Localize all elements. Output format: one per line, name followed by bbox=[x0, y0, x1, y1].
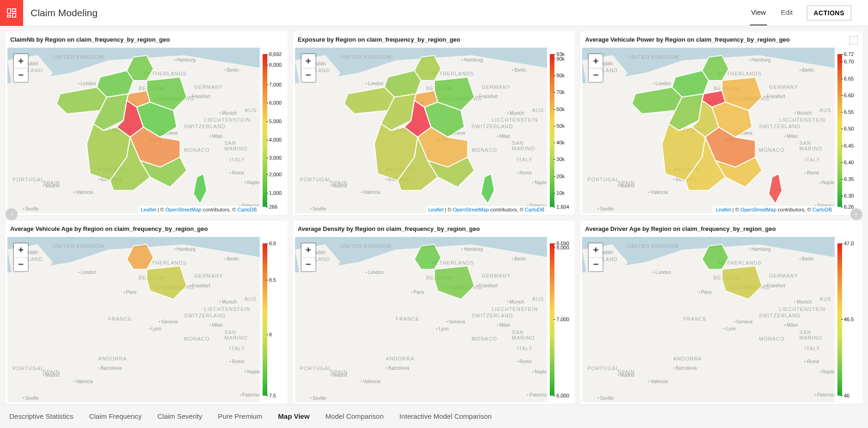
legend-tick: 8.5 bbox=[269, 277, 276, 283]
svg-rect-2 bbox=[13, 13, 16, 17]
panel-title: Average Driver Age by Region on claim_fr… bbox=[580, 221, 862, 235]
zoom-control: + − bbox=[588, 242, 604, 272]
france-choropleth[interactable] bbox=[611, 237, 806, 403]
legend-tick: 8.8 bbox=[269, 241, 276, 246]
map-grid: ClaimNb by Region on claim_frequency_by_… bbox=[0, 26, 868, 404]
tab-descriptive-statistics[interactable]: Descriptive Statistics bbox=[9, 406, 73, 427]
country-label: ITALY bbox=[517, 157, 533, 162]
country-label: ITALY bbox=[229, 157, 245, 162]
legend-tick: 46 bbox=[844, 393, 849, 398]
map-panel-3: Average Vehicule Age by Region on claim_… bbox=[6, 221, 288, 404]
map-attribution: Leaflet | © OpenStreetMap contributors, … bbox=[713, 206, 835, 213]
page-title: Claim Modeling bbox=[31, 7, 750, 19]
zoom-control: + − bbox=[13, 242, 29, 272]
legend-tick: 6.55 bbox=[844, 109, 854, 115]
actions-button[interactable]: ACTIONS bbox=[807, 6, 852, 20]
leaflet-link[interactable]: Leaflet bbox=[428, 207, 444, 212]
osm-link[interactable]: OpenStreetMap bbox=[165, 207, 201, 212]
osm-link[interactable]: OpenStreetMap bbox=[453, 207, 489, 212]
legend-tick: 20k bbox=[556, 174, 565, 179]
legend-tick: 4,000 bbox=[269, 137, 282, 143]
zoom-out-button[interactable]: − bbox=[589, 68, 603, 82]
color-legend: 8.88.587.5 bbox=[260, 235, 288, 404]
map-canvas[interactable]: IRELANDNETHERLANDSBELGIUMLUXEMBOURGGERMA… bbox=[295, 48, 547, 213]
zoom-in-button[interactable]: + bbox=[302, 54, 315, 68]
legend-tick: 8,000 bbox=[556, 245, 569, 250]
tab-model-comparison[interactable]: Model Comparison bbox=[325, 406, 384, 427]
zoom-control: + − bbox=[301, 242, 316, 272]
zoom-in-button[interactable]: + bbox=[302, 243, 315, 257]
france-choropleth[interactable] bbox=[324, 48, 518, 213]
zoom-in-button[interactable]: + bbox=[589, 243, 603, 257]
zoom-in-button[interactable]: + bbox=[14, 54, 28, 68]
panel-title: Average Density by Region on claim_frequ… bbox=[293, 221, 575, 235]
city-label: Naples bbox=[819, 369, 835, 374]
tab-claim-severity[interactable]: Claim Severity bbox=[157, 406, 202, 427]
carto-link[interactable]: CartoDB bbox=[812, 207, 832, 212]
legend-tick: 90k bbox=[556, 56, 565, 62]
legend-tick: 30k bbox=[556, 156, 565, 162]
expand-icon[interactable] bbox=[849, 36, 858, 44]
map-canvas[interactable]: IRELANDNETHERLANDSBELGIUMLUXEMBOURGGERMA… bbox=[7, 237, 260, 403]
country-label: AUS bbox=[532, 107, 544, 113]
map-canvas[interactable]: IRELANDNETHERLANDSBELGIUMLUXEMBOURGGERMA… bbox=[7, 48, 260, 213]
svg-rect-1 bbox=[13, 9, 16, 12]
leaflet-link[interactable]: Leaflet bbox=[141, 207, 156, 212]
map-canvas[interactable]: IRELANDNETHERLANDSBELGIUMLUXEMBOURGGERMA… bbox=[295, 237, 547, 403]
leaflet-link[interactable]: Leaflet bbox=[716, 207, 731, 212]
tab-interactive-model-comparison[interactable]: Interactive Model Comparison bbox=[399, 406, 491, 427]
gradient-bar bbox=[263, 243, 267, 396]
view-mode-tab[interactable]: View bbox=[750, 0, 767, 25]
zoom-in-button[interactable]: + bbox=[14, 243, 28, 257]
country-label: ITALY bbox=[517, 346, 533, 351]
zoom-out-button[interactable]: − bbox=[302, 68, 315, 82]
city-label: Rome bbox=[805, 170, 819, 175]
france-choropleth[interactable] bbox=[324, 237, 518, 403]
city-label: Naples bbox=[245, 369, 260, 374]
france-choropleth[interactable] bbox=[36, 237, 231, 403]
city-label: Naples bbox=[245, 180, 260, 185]
color-legend: 93k90k80k70k60k50k40k30k20k10k1,604 bbox=[547, 46, 575, 215]
zoom-in-button[interactable]: + bbox=[589, 54, 603, 68]
city-label: Rome bbox=[805, 359, 819, 364]
panel-title: Average Vehicule Age by Region on claim_… bbox=[6, 221, 288, 235]
legend-tick: 6.40 bbox=[844, 160, 854, 165]
tab-claim-frequency[interactable]: Claim Frequency bbox=[89, 406, 141, 427]
legend-tick: 70k bbox=[556, 89, 565, 95]
svg-rect-0 bbox=[7, 9, 11, 13]
prev-page-button[interactable] bbox=[6, 208, 18, 220]
map-canvas[interactable]: IRELANDNETHERLANDSBELGIUMLUXEMBOURGGERMA… bbox=[582, 237, 835, 403]
svg-rect-3 bbox=[7, 15, 11, 17]
legend-tick: 2,000 bbox=[269, 172, 282, 177]
city-label: Naples bbox=[819, 180, 835, 185]
app-logo[interactable] bbox=[0, 0, 23, 26]
map-panel-1: Exposure by Region on claim_frequency_by… bbox=[293, 31, 575, 215]
zoom-out-button[interactable]: − bbox=[14, 68, 28, 82]
color-legend: 47.046.546 bbox=[835, 235, 862, 404]
edit-mode-tab[interactable]: Edit bbox=[780, 0, 794, 25]
country-label: AUS bbox=[819, 107, 831, 113]
next-page-button[interactable] bbox=[850, 208, 862, 220]
color-legend: 8,6928,0007,0006,0005,0004,0003,0002,000… bbox=[260, 46, 288, 215]
carto-link[interactable]: CartoDB bbox=[237, 207, 257, 212]
country-label: ITALY bbox=[229, 346, 245, 351]
legend-tick: 6,000 bbox=[556, 393, 569, 398]
france-choropleth[interactable] bbox=[611, 48, 806, 213]
legend-tick: 6.70 bbox=[844, 59, 854, 64]
osm-link[interactable]: OpenStreetMap bbox=[740, 207, 776, 212]
tab-pure-premium[interactable]: Pure Premium bbox=[218, 406, 262, 427]
france-choropleth[interactable] bbox=[36, 48, 231, 213]
city-label: Palermo bbox=[239, 392, 259, 397]
zoom-out-button[interactable]: − bbox=[14, 257, 28, 271]
legend-tick: 6.60 bbox=[844, 93, 854, 98]
zoom-out-button[interactable]: − bbox=[589, 257, 603, 271]
legend-tick: 6,000 bbox=[269, 100, 282, 105]
tab-map-view[interactable]: Map View bbox=[278, 406, 309, 427]
zoom-out-button[interactable]: − bbox=[302, 257, 315, 271]
carto-link[interactable]: CartoDB bbox=[525, 207, 544, 212]
map-canvas[interactable]: IRELANDNETHERLANDSBELGIUMLUXEMBOURGGERMA… bbox=[582, 48, 835, 213]
color-legend: 6.726.706.656.606.556.506.456.406.356.30… bbox=[835, 46, 862, 215]
city-label: Rome bbox=[517, 170, 532, 175]
panel-title: Exposure by Region on claim_frequency_by… bbox=[293, 31, 575, 46]
legend-tick: 7,000 bbox=[269, 82, 282, 87]
